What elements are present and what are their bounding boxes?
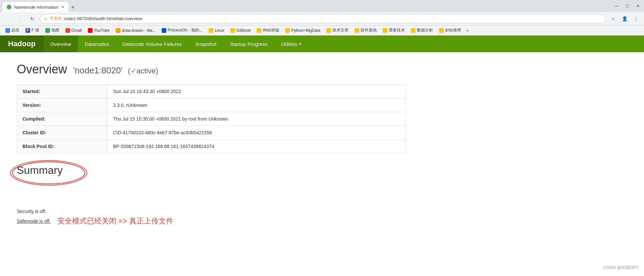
table-row: Version:3.3.0, rUnknown bbox=[17, 98, 406, 112]
page-content: Overview 'node1:8020' (✓active) Started:… bbox=[0, 52, 644, 236]
safemode-row: Safemode is off. 安全模式已经关闭 => 真正上传文件 bbox=[17, 216, 627, 226]
bookmark-map[interactable]: 地图 bbox=[43, 27, 62, 34]
bookmark-tech-article[interactable]: 技术文章 bbox=[324, 27, 351, 34]
bookmark-drawio[interactable]: draw.drawio - dia... bbox=[113, 27, 158, 33]
bookmark-data-analysis[interactable]: 数据分析 bbox=[408, 27, 436, 34]
nav-item-datanodes[interactable]: Datanodes bbox=[78, 36, 116, 52]
check-icon: ✓ bbox=[130, 67, 137, 75]
table-row: Started:Sun Jul 10 16:43:30 +0800 2022 bbox=[17, 85, 406, 98]
table-value: Thu Jul 15 15:35:00 +0800 2021 by root f… bbox=[108, 112, 406, 126]
table-label: Version: bbox=[17, 98, 108, 112]
nav-items: Overview Datanodes Datanode Volume Failu… bbox=[44, 36, 309, 52]
table-label: Cluster ID: bbox=[17, 126, 108, 140]
url-text: node1:9870/dfshealth.html#tab-overview bbox=[64, 16, 142, 21]
table-value: 3.3.0, rUnknown bbox=[108, 98, 406, 112]
address-bar: ← → ↻ ⚠ 不安全 node1:9870/dfshealth.html#ta… bbox=[0, 12, 644, 25]
summary-heading: Summary bbox=[17, 164, 63, 177]
toolbar-icons: ☆ 👤 ⋮ bbox=[608, 14, 641, 23]
bookmark-processon[interactable]: ProcessOn - 我的... bbox=[159, 27, 205, 34]
bookmark-hacker[interactable]: 黑客技术 bbox=[380, 27, 408, 34]
more-bookmarks-button[interactable]: » bbox=[465, 27, 471, 33]
annotation-text: 安全模式已经关闭 => 真正上传文件 bbox=[57, 216, 173, 226]
table-row: Compiled:Thu Jul 15 15:35:00 +0800 2021 … bbox=[17, 112, 406, 126]
bookmark-gitbook[interactable]: GitBook bbox=[228, 27, 254, 33]
forward-button[interactable]: → bbox=[15, 14, 25, 23]
table-row: Block Pool ID:BP-509871508-192.168.88.16… bbox=[17, 140, 406, 153]
table-value: BP-509871508-192.168.88.161-165743982437… bbox=[108, 140, 406, 153]
overview-info-table: Started:Sun Jul 10 16:43:30 +0800 2022Ve… bbox=[17, 84, 406, 153]
security-icon: ⚠ bbox=[44, 16, 48, 21]
new-tab-button[interactable]: + bbox=[68, 3, 78, 12]
refresh-button[interactable]: ↻ bbox=[28, 14, 37, 23]
safemode-status-text: Safemode is off. bbox=[17, 218, 51, 224]
summary-section: Summary bbox=[17, 164, 63, 182]
bookmark-good-sites[interactable]: 好站推荐 bbox=[436, 27, 464, 34]
bookmark-star-icon[interactable]: ☆ bbox=[608, 14, 618, 23]
maximize-button[interactable]: ☐ bbox=[624, 3, 631, 9]
hadoop-logo-text: Hadoop bbox=[8, 40, 36, 48]
bookmark-f-search[interactable]: F F 搜 bbox=[23, 27, 42, 34]
nav-item-snapshot[interactable]: Snapshot bbox=[189, 36, 223, 52]
security-status-text: Security is off. bbox=[17, 209, 627, 214]
minimize-button[interactable]: — bbox=[613, 3, 620, 9]
window-controls: — ☐ ✕ bbox=[613, 3, 641, 9]
tab-favicon bbox=[7, 5, 11, 9]
overview-title-text: Overview bbox=[17, 62, 67, 76]
bookmark-youtube-label: YouTube bbox=[94, 28, 110, 33]
bookmark-gmail[interactable]: Gmail bbox=[63, 27, 85, 33]
tab-title: Namenode information bbox=[14, 5, 58, 10]
bookmarks-bar: 必应 F F 搜 地图 Gmail YouTube draw.drawio - … bbox=[0, 25, 644, 36]
tab-strip: Namenode information ✕ + bbox=[3, 0, 78, 12]
table-row: Cluster ID:CID-4170d103-480c-4eb7-87be-a… bbox=[17, 126, 406, 140]
profile-icon[interactable]: 👤 bbox=[620, 14, 629, 23]
back-button[interactable]: ← bbox=[3, 14, 13, 23]
bookmark-youtube[interactable]: YouTube bbox=[85, 27, 112, 33]
url-bar[interactable]: ⚠ 不安全 node1:9870/dfshealth.html#tab-over… bbox=[40, 14, 606, 23]
nav-item-startup-progress[interactable]: Startup Progress bbox=[223, 36, 274, 52]
bookmark-linux[interactable]: Linux bbox=[206, 27, 227, 33]
overview-heading: Overview 'node1:8020' (✓active) bbox=[17, 62, 627, 76]
browser-window: Namenode information ✕ + — ☐ ✕ ← → ↻ ⚠ 不… bbox=[0, 0, 644, 236]
nav-item-datanode-volume-failures[interactable]: Datanode Volume Failures bbox=[116, 36, 189, 52]
bookmark-python-bigdata[interactable]: Python+BigData bbox=[282, 27, 323, 33]
table-label: Block Pool ID: bbox=[17, 140, 108, 153]
table-label: Started: bbox=[17, 85, 108, 98]
table-label: Compiled: bbox=[17, 112, 108, 126]
table-value: CID-4170d103-480c-4eb7-87be-ac93b5421556 bbox=[108, 126, 406, 140]
active-badge: (✓active) bbox=[128, 67, 158, 75]
tab-close-button[interactable]: ✕ bbox=[61, 5, 64, 9]
bookmark-software[interactable]: 软件基地 bbox=[352, 27, 379, 34]
hadoop-brand: Hadoop bbox=[0, 36, 44, 52]
nav-item-utilities[interactable]: Utilities ▼ bbox=[274, 36, 309, 52]
bookmark-biying[interactable]: 必应 bbox=[3, 27, 22, 34]
node-name: 'node1:8020' bbox=[73, 65, 122, 75]
hadoop-navbar: Hadoop Overview Datanodes Datanode Volum… bbox=[0, 36, 644, 52]
url-prefix: 不安全 bbox=[50, 16, 62, 21]
table-value: Sun Jul 10 16:43:30 +0800 2022 bbox=[108, 85, 406, 98]
settings-icon[interactable]: ⋮ bbox=[631, 14, 641, 23]
dropdown-arrow-icon: ▼ bbox=[299, 42, 302, 46]
browser-tab[interactable]: Namenode information ✕ bbox=[3, 2, 68, 12]
nav-item-overview[interactable]: Overview bbox=[44, 36, 78, 52]
close-window-button[interactable]: ✕ bbox=[635, 3, 641, 9]
bookmark-webfront[interactable]: Web前端 bbox=[254, 27, 281, 34]
title-bar: Namenode information ✕ + — ☐ ✕ bbox=[0, 0, 644, 12]
